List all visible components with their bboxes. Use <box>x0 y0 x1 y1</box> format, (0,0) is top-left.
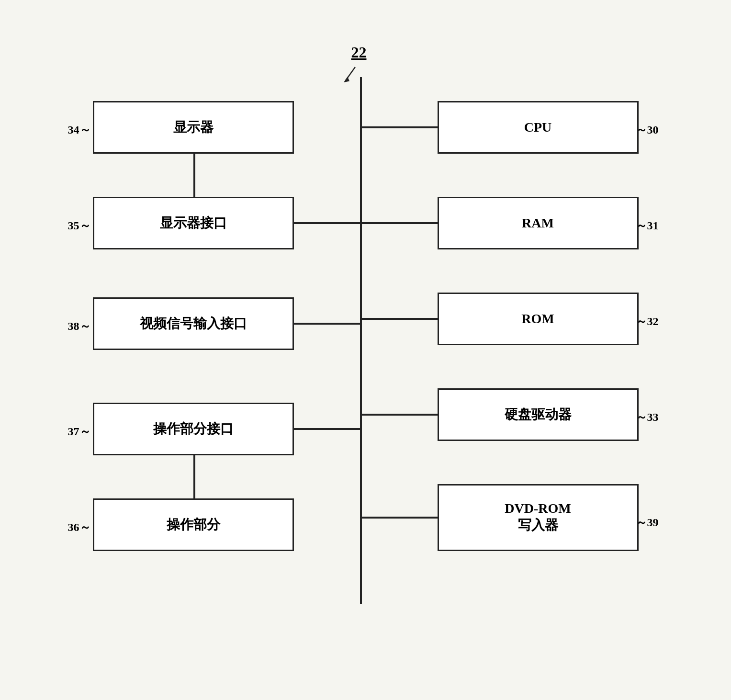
hline-videoif-to-bus <box>294 323 361 325</box>
block-rom: ROM <box>438 293 639 345</box>
ref-38: 38～ <box>68 318 91 334</box>
hline-bus-to-cpu <box>362 126 439 128</box>
block-cpu-label: CPU <box>524 120 552 135</box>
block-op-label: 操作部分 <box>167 516 220 534</box>
ref-34: 34～ <box>68 122 91 137</box>
hline-bus-to-ram <box>362 222 439 224</box>
block-video-if-label: 视频信号输入接口 <box>140 315 247 333</box>
block-dvd: DVD-ROM 写入器 <box>438 484 639 551</box>
block-diagram: 22 34～ 显示器 35～ 显示器接口 38～ 视频信号输入接口 37～ 操作… <box>55 39 677 661</box>
bus-line <box>360 77 362 604</box>
ref-37: 37～ <box>68 424 91 439</box>
block-display-label: 显示器 <box>173 118 214 136</box>
block-op-if-label: 操作部分接口 <box>153 420 234 438</box>
ref-36: 36～ <box>68 519 91 535</box>
ref-30: ～30 <box>636 122 659 137</box>
block-cpu: CPU <box>438 101 639 154</box>
block-video-if: 视频信号输入接口 <box>93 297 294 350</box>
block-hdd-label: 硬盘驱动器 <box>505 406 572 424</box>
ref-35: 35～ <box>68 218 91 233</box>
arrow-22-icon <box>342 65 361 84</box>
block-hdd: 硬盘驱动器 <box>438 388 639 441</box>
hline-opif-to-bus <box>294 428 361 430</box>
svg-marker-1 <box>344 77 349 82</box>
hline-displayif-to-bus <box>294 222 361 224</box>
vline-display-to-displayif <box>193 154 195 197</box>
ref-33: ～33 <box>636 409 659 425</box>
block-ram-label: RAM <box>522 215 554 231</box>
block-rom-label: ROM <box>521 311 554 327</box>
block-ram: RAM <box>438 197 639 249</box>
block-display-if: 显示器接口 <box>93 197 294 249</box>
hline-bus-to-dvd <box>362 517 439 519</box>
block-dvd-label2: 写入器 <box>518 516 558 534</box>
ref-32: ～32 <box>636 314 659 329</box>
block-display: 显示器 <box>93 101 294 154</box>
block-op-if: 操作部分接口 <box>93 403 294 455</box>
hline-bus-to-rom <box>362 318 439 320</box>
ref-31: ～31 <box>636 218 659 233</box>
hline-bus-to-hdd <box>362 414 439 416</box>
ref-39: ～39 <box>636 515 659 530</box>
block-op: 操作部分 <box>93 498 294 551</box>
block-display-if-label: 显示器接口 <box>160 214 227 232</box>
block-dvd-label1: DVD-ROM <box>505 501 571 516</box>
vline-opif-to-op <box>193 455 195 498</box>
ref-22-label: 22 <box>351 44 367 61</box>
